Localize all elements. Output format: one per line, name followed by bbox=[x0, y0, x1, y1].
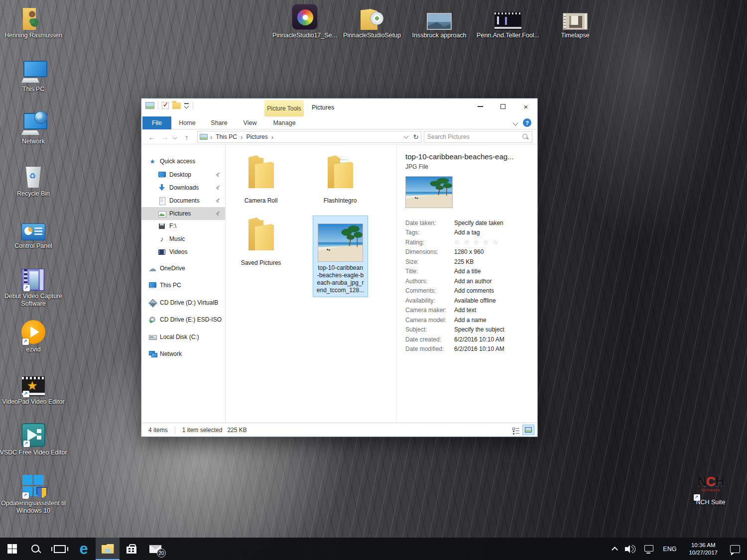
up-button[interactable]: ↑ bbox=[181, 131, 192, 142]
titlebar[interactable]: Picture Tools Pictures × bbox=[141, 99, 537, 116]
desktop-icon-timelapse-video[interactable]: Timelapse bbox=[538, 2, 613, 39]
details-view-button[interactable] bbox=[509, 425, 521, 435]
sidebar-item-f-drive[interactable]: F:\ bbox=[141, 220, 226, 232]
desktop-icon-pinnacle-app[interactable]: PinnacleStudio17_Se... bbox=[267, 2, 342, 39]
desktop-icon-nch-suite[interactable]: NCH Software NCH Suite bbox=[676, 472, 746, 506]
back-button[interactable]: ← bbox=[146, 131, 157, 142]
ezvid-icon bbox=[21, 320, 45, 344]
properties-qat-icon[interactable] bbox=[162, 102, 169, 109]
action-center-button[interactable] bbox=[726, 538, 744, 560]
expand-ribbon-icon[interactable] bbox=[512, 120, 518, 125]
control-panel-icon bbox=[21, 224, 45, 240]
taskbar-edge-button[interactable]: e bbox=[72, 538, 96, 560]
sidebar-item-quick-access[interactable]: ★ Quick access bbox=[141, 155, 226, 168]
recent-locations-icon[interactable] bbox=[173, 135, 177, 139]
property-value[interactable]: Add text bbox=[454, 307, 476, 314]
property-value[interactable]: Add a title bbox=[454, 268, 481, 275]
desktop-icon-ezvid[interactable]: ezvid bbox=[0, 318, 68, 353]
sidebar-item-music[interactable]: ♪ Music bbox=[141, 232, 226, 245]
folder-tile-saved-pictures[interactable]: Saved Pictures bbox=[224, 217, 298, 267]
show-hidden-icons-button[interactable] bbox=[609, 538, 621, 560]
task-view-button[interactable] bbox=[48, 538, 72, 560]
desktop-icon-inssbruck-video[interactable]: Inssbruck approach bbox=[402, 2, 477, 39]
taskbar-clock[interactable]: 10:36 AM 10/27/2017 bbox=[680, 538, 726, 560]
property-row: Date modified:6/2/2016 10:10 AM bbox=[405, 344, 538, 354]
thumbnail-view-button[interactable] bbox=[522, 425, 534, 435]
picture-tools-tab[interactable]: Picture Tools bbox=[264, 100, 304, 116]
taskbar-mail-button[interactable]: 20 bbox=[143, 538, 167, 560]
desktop-icon-user-folder[interactable]: Henning Rasmussen bbox=[0, 4, 68, 39]
new-folder-qat-icon[interactable] bbox=[172, 103, 181, 109]
close-button[interactable]: × bbox=[514, 99, 537, 114]
desktop-icon-recycle-bin[interactable]: Recycle Bin bbox=[0, 162, 68, 198]
sidebar-item-network[interactable]: Network bbox=[141, 347, 226, 360]
taskbar-search-button[interactable] bbox=[24, 538, 48, 560]
sidebar-item-cd-drive-d[interactable]: CD Drive (D:) VirtualB bbox=[141, 296, 226, 309]
sidebar-item-desktop[interactable]: Desktop bbox=[141, 168, 226, 181]
sidebar-item-local-disk-c[interactable]: Local Disk (C:) bbox=[141, 331, 226, 343]
address-dropdown-icon[interactable] bbox=[404, 134, 409, 139]
network-tray-button[interactable] bbox=[640, 538, 659, 560]
sidebar-item-cd-drive-e[interactable]: CD Drive (E:) ESD-ISO bbox=[141, 313, 226, 326]
clock-date: 10/27/2017 bbox=[689, 549, 718, 557]
maximize-button[interactable] bbox=[492, 99, 514, 114]
sidebar-item-documents[interactable]: Documents bbox=[141, 194, 226, 207]
desktop-icon-vsdc[interactable]: VSDC Free Video Editor bbox=[0, 421, 68, 456]
nch-logo-icon: NCH Software bbox=[691, 475, 731, 497]
folder-tile-flashintegro[interactable]: FlashIntegro bbox=[303, 154, 377, 205]
help-icon[interactable]: ? bbox=[523, 118, 531, 127]
language-indicator[interactable]: ENG bbox=[659, 538, 680, 560]
property-value[interactable]: Add comments bbox=[454, 287, 494, 294]
desktop-icon-update-assistant[interactable]: Opdateringsassistent til Windows 10 bbox=[0, 472, 68, 515]
address-bar[interactable]: › This PC › Pictures › ↻ bbox=[197, 131, 421, 143]
desktop-icon-this-pc[interactable]: This PC bbox=[0, 58, 68, 93]
breadcrumb-pictures[interactable]: Pictures bbox=[245, 133, 268, 140]
search-input[interactable] bbox=[427, 133, 522, 140]
tab-manage[interactable]: Manage bbox=[265, 116, 304, 129]
folder-tile-camera-roll[interactable]: Camera Roll bbox=[224, 154, 298, 205]
downloads-icon bbox=[158, 184, 166, 192]
tab-share[interactable]: Share bbox=[203, 116, 235, 129]
tab-file[interactable]: File bbox=[142, 116, 171, 129]
file-list-area[interactable]: Camera Roll FlashIntegro Saved Pictures bbox=[226, 144, 396, 423]
folder-icon bbox=[245, 154, 277, 190]
sidebar-item-onedrive[interactable]: ☁ OneDrive bbox=[141, 262, 226, 275]
rating-stars[interactable]: ☆ ☆ ☆ ☆ ☆ bbox=[454, 238, 499, 246]
desktop-icon-pinnacle-setup[interactable]: PinnacleStudioSetup bbox=[335, 2, 409, 39]
desktop-icon-network[interactable]: Network bbox=[0, 110, 68, 145]
search-icon[interactable] bbox=[522, 133, 529, 140]
search-box[interactable] bbox=[424, 131, 532, 143]
volume-button[interactable] bbox=[621, 538, 640, 560]
start-button[interactable] bbox=[0, 538, 24, 560]
file-tile-selected-image[interactable]: top-10-caribbean -beaches-eagle-b each-a… bbox=[313, 216, 368, 297]
sidebar-item-this-pc[interactable]: This PC bbox=[141, 279, 226, 292]
sidebar-item-pictures[interactable]: Pictures bbox=[141, 207, 226, 220]
breadcrumb-this-pc[interactable]: This PC bbox=[215, 133, 238, 140]
desktop-icon-control-panel[interactable]: Control Panel bbox=[0, 215, 68, 250]
navigation-pane: ★ Quick access Desktop Downloads Documen… bbox=[141, 144, 226, 423]
refresh-icon[interactable]: ↻ bbox=[413, 133, 419, 141]
forward-button[interactable]: → bbox=[159, 131, 170, 142]
taskbar-store-button[interactable] bbox=[120, 538, 143, 560]
pin-icon bbox=[215, 185, 221, 191]
property-value[interactable]: Add a name bbox=[454, 317, 487, 324]
minimize-button[interactable] bbox=[469, 99, 492, 114]
tab-home[interactable]: Home bbox=[171, 116, 203, 129]
pin-icon bbox=[215, 198, 221, 204]
sidebar-item-videos[interactable]: Videos bbox=[141, 245, 226, 258]
sidebar-item-downloads[interactable]: Downloads bbox=[141, 181, 226, 194]
property-value[interactable]: Add a tag bbox=[454, 229, 480, 236]
desktop-icon-penn-teller-video[interactable]: Penn.And.Teller.Fool... bbox=[471, 2, 545, 39]
desktop-icon-videopad[interactable]: VideoPad Video Editor bbox=[0, 370, 68, 406]
property-value[interactable]: Specify date taken bbox=[454, 220, 503, 226]
customize-qat-icon[interactable] bbox=[184, 103, 189, 108]
shortcut-arrow-icon bbox=[23, 441, 30, 447]
quick-access-star-icon: ★ bbox=[148, 158, 156, 165]
mail-badge: 20 bbox=[157, 549, 166, 558]
film-strip-icon bbox=[495, 12, 521, 30]
desktop-icon-debut[interactable]: Debut Video Capture Software bbox=[0, 265, 68, 308]
property-value[interactable]: Add an author bbox=[454, 278, 492, 285]
tab-view[interactable]: View bbox=[235, 116, 265, 129]
property-value[interactable]: Specify the subject bbox=[454, 326, 504, 333]
taskbar-file-explorer-button[interactable] bbox=[96, 538, 120, 560]
